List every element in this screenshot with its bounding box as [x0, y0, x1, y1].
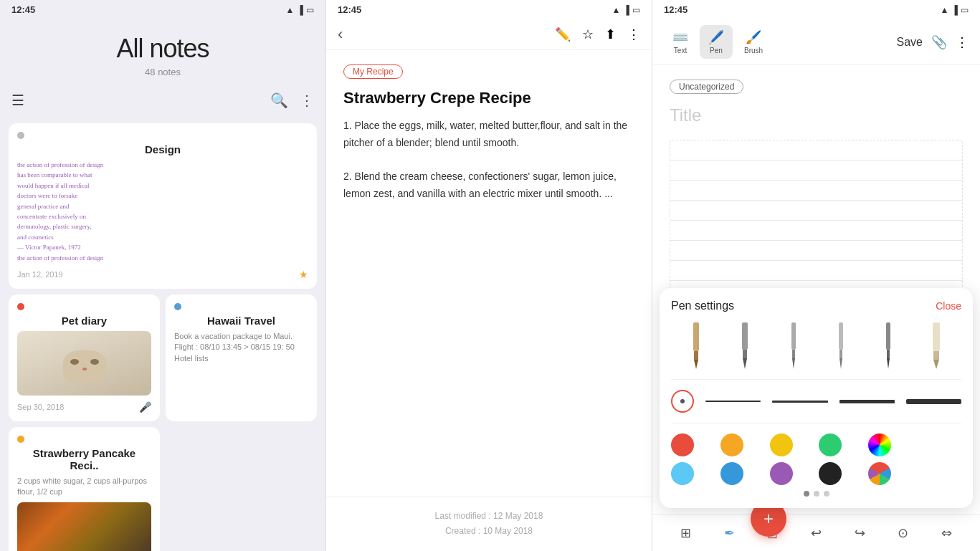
pen-type-2[interactable] — [738, 322, 751, 369]
pen-draw-tool[interactable]: ✒ — [721, 522, 738, 544]
search-icon[interactable]: 🔍 — [270, 92, 288, 109]
undo-tool[interactable]: ↩ — [808, 522, 824, 544]
back-button[interactable]: ‹ — [338, 25, 343, 44]
color-purple[interactable] — [770, 462, 793, 485]
editor-bottom-bar: ⊞ ✒ ◻ ↩ ↪ ⊙ ⇔ — [652, 514, 980, 551]
edit-icon[interactable]: ✏️ — [555, 27, 571, 42]
editor-toolbar: ⌨️ Text 🖊️ Pen 🖌️ Brush Save 📎 ⋮ — [652, 19, 980, 65]
notes-toolbar: ☰ 🔍 ⋮ — [0, 83, 325, 118]
detail-toolbar: ‹ ✏️ ☆ ⬆ ⋮ — [326, 19, 652, 50]
tool-pen[interactable]: 🖊️ Pen — [700, 25, 733, 59]
pen-type-1[interactable] — [689, 322, 703, 369]
detail-meta: Last modified : 12 May 2018 Created : 10… — [326, 497, 652, 551]
pen-label: Pen — [710, 47, 723, 54]
battery-icon-1: ▭ — [306, 5, 314, 15]
color-sky-blue[interactable] — [671, 462, 694, 485]
note-footer-pet: Sep 30, 2018 🎤 — [17, 401, 151, 413]
svg-marker-11 — [839, 358, 842, 369]
detail-body-p2: 2. Blend the cream cheese, confectioners… — [343, 168, 634, 203]
pen-size-line-2[interactable] — [772, 401, 827, 403]
time-3: 12:45 — [664, 4, 688, 15]
more-icon-3[interactable]: ⋮ — [956, 34, 969, 50]
notes-count: 48 notes — [11, 67, 314, 77]
share-icon[interactable]: ⬆ — [605, 27, 616, 42]
pen-size-xs[interactable] — [671, 390, 694, 413]
note-card-pancake[interactable]: Strawberry Pancake Reci.. 2 cups white s… — [9, 427, 160, 551]
color-spacer — [918, 433, 941, 456]
status-bar-2: 12:45 ▲ ▐ ▭ — [326, 0, 652, 19]
svg-marker-17 — [933, 360, 939, 369]
resize-tool[interactable]: ⇔ — [938, 522, 955, 544]
pen-nib-svg-4 — [835, 322, 847, 369]
pagination-dots — [671, 491, 961, 497]
svg-marker-8 — [792, 358, 795, 369]
color-green[interactable] — [819, 433, 842, 456]
notes-list: Design the action of profession of desig… — [0, 118, 325, 551]
pen-size-line-3[interactable] — [839, 400, 895, 403]
tool-brush[interactable]: 🖌️ Brush — [736, 25, 771, 59]
pen-settings-close-button[interactable]: Close — [936, 300, 961, 312]
note-title-design: Design — [17, 143, 308, 155]
color-multi[interactable] — [868, 462, 891, 485]
clip-icon[interactable]: 📎 — [931, 34, 947, 50]
tool-text[interactable]: ⌨️ Text — [664, 25, 697, 59]
detail-body-p1: 1. Place the eggs, milk, water, melted b… — [343, 118, 634, 152]
note-card-design[interactable]: Design the action of profession of desig… — [9, 123, 317, 289]
svg-rect-1 — [694, 351, 698, 360]
pen-type-4[interactable] — [835, 322, 847, 369]
signal-icon-3: ▐ — [951, 5, 958, 15]
editor-title-placeholder[interactable]: Title — [670, 105, 963, 125]
wifi-icon-2: ▲ — [612, 5, 621, 15]
page-dot-1[interactable] — [804, 491, 809, 497]
note-date-design: Jan 12, 2019 — [17, 270, 63, 279]
svg-rect-4 — [743, 350, 747, 358]
pen-sizes — [671, 390, 961, 423]
status-icons-3: ▲ ▐ ▭ — [941, 5, 969, 15]
color-blue[interactable] — [720, 462, 743, 485]
star-icon[interactable]: ☆ — [582, 27, 594, 42]
color-orange[interactable] — [720, 433, 743, 456]
more-icon-1[interactable]: ⋮ — [300, 92, 314, 109]
pen-settings-popup: Pen settings Close — [660, 288, 973, 508]
pen-type-6[interactable] — [929, 322, 943, 369]
color-rainbow[interactable] — [868, 433, 891, 456]
detail-body: 1. Place the eggs, milk, water, melted b… — [343, 118, 634, 203]
editor-tools: ⌨️ Text 🖊️ Pen 🖌️ Brush — [664, 25, 771, 59]
detail-tag: My Recipe — [343, 64, 403, 79]
note-image-pancake — [17, 502, 151, 551]
page-dot-2[interactable] — [814, 491, 819, 497]
pen-nib-svg-1 — [689, 322, 703, 369]
pen-type-3[interactable] — [787, 322, 800, 369]
color-black[interactable] — [819, 462, 842, 485]
pen-size-line-4[interactable] — [906, 399, 961, 404]
svg-rect-7 — [792, 350, 795, 358]
note-footer-design: Jan 12, 2019 ★ — [17, 269, 308, 280]
page-dot-3[interactable] — [824, 491, 829, 497]
panel-note-detail: 12:45 ▲ ▐ ▭ ‹ ✏️ ☆ ⬆ ⋮ My Recipe Strawbe… — [326, 0, 652, 551]
lasso-tool[interactable]: ⊙ — [895, 522, 911, 544]
note-title-pancake: Strawberry Pancake Reci.. — [17, 447, 151, 471]
more-icon-2[interactable]: ⋮ — [627, 27, 640, 42]
hamburger-icon[interactable]: ☰ — [11, 92, 24, 109]
wifi-icon-1: ▲ — [286, 5, 295, 15]
note-star-design[interactable]: ★ — [299, 269, 308, 280]
toolbar-right: 🔍 ⋮ — [270, 92, 314, 109]
editor-save-area: Save 📎 ⋮ — [897, 34, 969, 50]
note-card-hawaii[interactable]: Hawaii Travel Book a vacation package to… — [166, 294, 317, 421]
save-button[interactable]: Save — [897, 36, 923, 49]
brush-label: Brush — [744, 47, 763, 54]
note-body-pancake: 2 cups white sugar, 2 cups all-purpos fl… — [17, 476, 151, 498]
dot-hawaii — [174, 303, 181, 310]
svg-rect-10 — [839, 350, 842, 358]
redo-tool[interactable]: ↪ — [852, 522, 868, 544]
grid-tool[interactable]: ⊞ — [677, 522, 694, 544]
color-yellow[interactable] — [770, 433, 793, 456]
cat-face — [63, 350, 106, 383]
status-icons-2: ▲ ▐ ▭ — [612, 5, 640, 15]
color-red[interactable] — [671, 433, 694, 456]
pen-size-line-1[interactable] — [705, 401, 761, 402]
time-2: 12:45 — [338, 4, 361, 15]
signal-icon-2: ▐ — [623, 5, 629, 15]
pen-type-5[interactable] — [883, 322, 894, 369]
note-card-pet[interactable]: Pet diary Sep 30, 2018 🎤 — [9, 294, 160, 421]
